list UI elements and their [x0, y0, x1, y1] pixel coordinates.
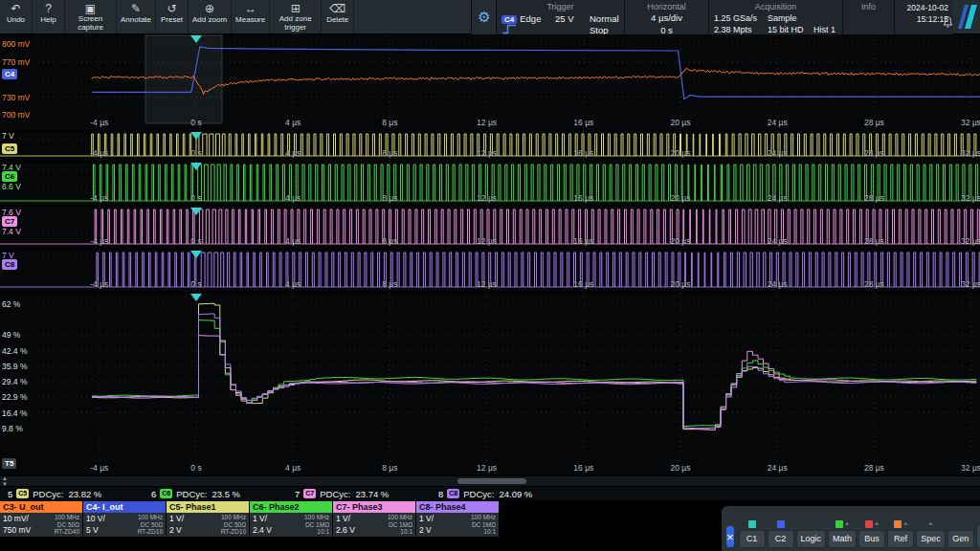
horizontal-settings-panel[interactable]: Horizontal 4 µs/div 0 s: [624, 0, 708, 34]
time-axis-label: 16 µs: [573, 148, 593, 158]
acquisition-mode: Sample: [768, 13, 813, 23]
duty-trace-c6[interactable]: [92, 320, 976, 427]
annotate-icon: ✎: [131, 3, 141, 16]
scroll-arrows-icon[interactable]: ▲▼: [2, 475, 8, 487]
trigger-position-marker[interactable]: [190, 294, 202, 301]
menu-button[interactable]: ≡Menu: [976, 525, 980, 548]
channel-settings: 1 V/2.4 V100 MHzDC 1MΩ10:1: [250, 513, 332, 536]
toolbar-button-screen-capture[interactable]: ▣Screen capture: [65, 0, 117, 33]
dock-button-bus[interactable]: Bus: [858, 530, 885, 548]
channel-badge-c7[interactable]: C7: [2, 216, 17, 227]
time-axis-label: 16 µs: [573, 279, 593, 289]
channel-detail: 10:1: [388, 528, 412, 536]
scrollbar-handle[interactable]: [457, 478, 526, 484]
channel-details: 100 MHzDC 50ΩRT-ZD40: [55, 514, 79, 536]
c6-trace[interactable]: [93, 165, 977, 201]
diagram-phase2[interactable]: -4 µs0 s4 µs8 µs12 µs16 µs20 µs24 µs28 µ…: [0, 162, 980, 206]
acquisition-settings-panel[interactable]: Acquisition 1.25 GSa/s Sample 2.38 Mpts …: [708, 0, 842, 34]
acquisition-state: Stop: [590, 25, 619, 35]
trigger-settings-panel[interactable]: Trigger C4Edge 25 V Normal Stop: [496, 0, 624, 34]
measurement-result[interactable]: 7C7PDCyc:23.74 %: [295, 489, 431, 499]
measurement-result[interactable]: 5C5PDCyc:23.82 %: [8, 489, 144, 499]
time-axis-label: 28 µs: [864, 463, 884, 473]
channel-descriptor-c7[interactable]: C7- Phase31 V/2.6 V100 MHzDC 1MΩ10:1: [333, 501, 415, 537]
time-axis-label: 32 µs: [961, 193, 980, 203]
channel-descriptor-c8[interactable]: C8- Phase41 V/2 V100 MHzDC 1MΩ10:1: [416, 501, 499, 537]
time-axis-label: 0 s: [190, 236, 201, 246]
trigger-title: Trigger: [501, 2, 619, 11]
diagram-phase1[interactable]: -4 µs0 s4 µs8 µs12 µs16 µs20 µs24 µs28 µ…: [0, 131, 980, 161]
dock-button-c1[interactable]: C1: [739, 530, 766, 548]
measurement-results-bar: 5C5PDCyc:23.82 %6C6PDCyc:23.5 %7C7PDCyc:…: [0, 487, 980, 500]
dock-button-ref[interactable]: Ref: [887, 530, 914, 548]
time-axis-label: 12 µs: [477, 193, 497, 203]
channel-detail: DC 1MΩ: [388, 521, 412, 529]
expand-caret-icon[interactable]: ^: [903, 521, 906, 528]
time-axis-label: 16 µs: [573, 118, 593, 127]
toolbar-button-help[interactable]: ?Help: [33, 0, 65, 33]
diagram-phase4[interactable]: -4 µs0 s4 µs8 µs12 µs16 µs20 µs24 µs28 µ…: [0, 250, 980, 292]
toolbar-button-delete[interactable]: ⌫Delete: [322, 0, 354, 33]
notification-bell-icon[interactable]: [943, 16, 953, 29]
channel-descriptor-c5[interactable]: C5- Phase11 V/2 V100 MHzDC 50ΩRT-ZD10: [167, 501, 249, 537]
time-axis-label: 20 µs: [671, 148, 691, 158]
channel-title: C6- Phase2: [250, 501, 332, 513]
diagram-phase3[interactable]: -4 µs0 s4 µs8 µs12 µs16 µs20 µs24 µs28 µ…: [0, 207, 980, 249]
resolution: 15 bit HD: [768, 25, 813, 34]
horizontal-title: Horizontal: [630, 2, 703, 11]
toolbar-button-measure[interactable]: ↔Measure: [232, 0, 270, 33]
channel-scale-offset: 1 V/2.4 V: [253, 514, 272, 535]
channel-badge-c4[interactable]: C4: [2, 69, 17, 79]
settings-gear-button[interactable]: ⚙: [471, 0, 497, 34]
time-axis-label: 8 µs: [382, 148, 397, 158]
channel-badge-c8[interactable]: C8: [2, 259, 17, 270]
toolbar-button-annotate[interactable]: ✎Annotate: [117, 0, 156, 33]
toolbar-button-preset[interactable]: ↺Preset: [156, 0, 189, 33]
time-axis-label: 0 s: [190, 118, 201, 127]
diagram-analog[interactable]: -4 µs0 s4 µs8 µs12 µs16 µs20 µs24 µs28 µ…: [0, 34, 980, 130]
dock-button-logic[interactable]: Logic: [796, 530, 827, 548]
measurement-index: 7: [295, 489, 300, 499]
time-axis-label: -4 µs: [90, 118, 108, 127]
duty-trace-c5[interactable]: [92, 303, 976, 429]
channel-offset: 5 V: [86, 525, 105, 535]
trigger-mode: Normal: [590, 13, 619, 24]
time-axis-label: 8 µs: [382, 193, 397, 203]
c3-trace[interactable]: [92, 69, 980, 95]
diagram-duty-cycle[interactable]: -4 µs0 s4 µs8 µs12 µs16 µs20 µs24 µs28 µ…: [0, 293, 980, 475]
dock-button-gen[interactable]: Gen: [947, 530, 974, 548]
dock-close-button[interactable]: ×: [726, 526, 734, 547]
time-axis-label: 20 µs: [671, 236, 691, 246]
c5-trace[interactable]: [92, 134, 980, 156]
channel-badge-t5[interactable]: T5: [2, 458, 16, 469]
channel-offset: 2.4 V: [253, 525, 272, 535]
measurement-name: PDCyc:: [176, 489, 207, 499]
channel-scale-offset: 1 V/2 V: [169, 514, 184, 535]
c7-trace[interactable]: [95, 209, 979, 244]
toolbar-button-label: Undo: [7, 16, 25, 25]
measurement-result[interactable]: 8C8PDCyc:24.09 %: [438, 489, 574, 499]
channel-descriptor-c4[interactable]: C4- I_out10 V/5 V100 MHzDC 50ΩRT-ZD10: [83, 501, 166, 537]
measurement-result[interactable]: 6C6PDCyc:23.5 %: [151, 489, 287, 499]
channel-scale: 10 V/: [86, 514, 105, 523]
toolbar-button-undo[interactable]: ↶Undo: [0, 0, 33, 33]
dock-button-c2[interactable]: C2: [768, 530, 794, 548]
measurement-name: PDCyc:: [463, 489, 494, 499]
expand-caret-icon[interactable]: ^: [845, 521, 848, 528]
trigger-source-badge: C4: [501, 15, 517, 24]
toolbar-button-add-zone-trigger[interactable]: ⊞Add zone trigger: [270, 0, 322, 33]
c4-trace[interactable]: [92, 47, 980, 99]
dock-button-math[interactable]: Math: [828, 530, 857, 548]
info-panel[interactable]: Info: [842, 0, 894, 34]
dock-button-spec[interactable]: Spec: [916, 530, 946, 548]
channel-descriptor-c3[interactable]: C3- U_out10 mV/750 mV100 MHzDC 50ΩRT-ZD4…: [0, 501, 82, 537]
channel-detail: DC 50Ω: [138, 521, 163, 529]
channel-detail: 100 MHz: [138, 514, 163, 521]
toolbar-button-add-zoom[interactable]: ⊕Add zoom: [189, 0, 232, 33]
channel-descriptor-c6[interactable]: C6- Phase21 V/2.4 V100 MHzDC 1MΩ10:1: [250, 501, 332, 537]
channel-badge-c5[interactable]: C5: [2, 143, 17, 154]
channel-badge-c6[interactable]: C6: [2, 171, 17, 182]
duty-trace-c8[interactable]: [92, 314, 976, 429]
expand-caret-icon[interactable]: ^: [929, 521, 932, 528]
expand-caret-icon[interactable]: ^: [875, 521, 878, 528]
